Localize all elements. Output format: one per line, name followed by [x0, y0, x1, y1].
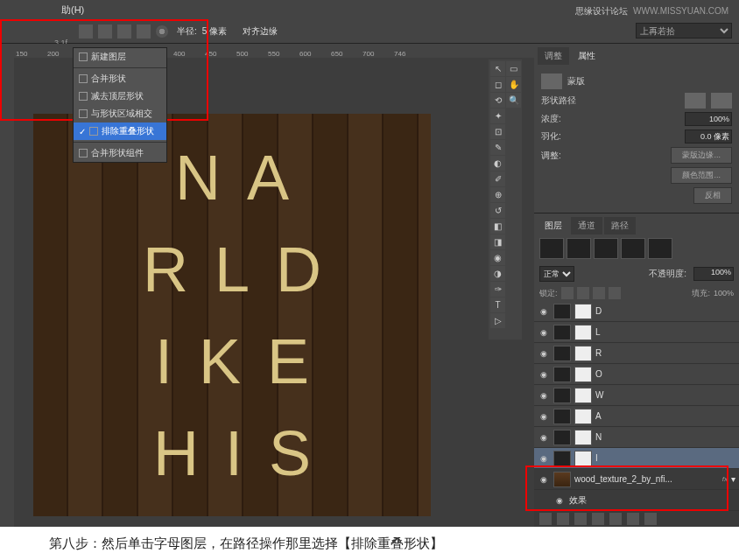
eye-icon[interactable]: ◉	[553, 494, 566, 507]
mask-edge-button[interactable]: 蒙版边缘...	[671, 147, 732, 164]
eye-icon[interactable]: ◉	[538, 452, 550, 465]
opacity-label: 不透明度:	[649, 268, 686, 280]
invert-button[interactable]: 反相	[693, 187, 732, 204]
workspace-select[interactable]: 上再若拾	[636, 23, 732, 38]
layer-item[interactable]: ◉W	[534, 385, 739, 406]
lock-pos-icon[interactable]	[593, 287, 605, 299]
brush-tool[interactable]: ✐	[490, 172, 505, 186]
dd-exclude[interactable]: ✓排除重叠形状	[74, 122, 166, 140]
lock-pixel-icon[interactable]	[577, 287, 589, 299]
move-tool[interactable]: ↖	[490, 61, 505, 76]
wand-tool[interactable]: ✦	[490, 108, 505, 123]
group-icon[interactable]	[609, 513, 622, 525]
filter-icon-2[interactable]	[567, 238, 591, 259]
opacity-input[interactable]: 100%	[693, 267, 734, 281]
caption: 第八步：然后单击字母图层，在路径操作那里选择【排除重叠形状】	[0, 527, 739, 560]
dd-merge[interactable]: 合并形状组件	[74, 144, 166, 162]
options-bar: 半径: 5 像素 对齐边缘 上再若拾	[0, 19, 739, 44]
color-range-button[interactable]: 颜色范围...	[671, 167, 732, 184]
marquee-tool[interactable]: ◻	[490, 77, 505, 92]
layer-item[interactable]: ◉R	[534, 343, 739, 364]
history-tool[interactable]: ↺	[490, 203, 505, 218]
layer-item[interactable]: ◉O	[534, 364, 739, 385]
eye-icon[interactable]: ◉	[538, 431, 550, 444]
layer-item-selected[interactable]: ◉I	[534, 448, 739, 469]
path-tool[interactable]: ▷	[490, 313, 505, 328]
exclude-icon	[89, 127, 98, 136]
tab-channels[interactable]: 通道	[571, 217, 602, 234]
filter-icon-3[interactable]	[594, 238, 618, 259]
filter-icon-4[interactable]	[621, 238, 645, 259]
gear-icon[interactable]	[156, 25, 168, 38]
eye-icon[interactable]: ◉	[538, 347, 550, 360]
canvas[interactable]: NA RLD IKE HIS	[33, 114, 431, 516]
type-tool[interactable]: T	[490, 298, 505, 312]
eraser-tool[interactable]: ◧	[490, 219, 505, 234]
eye-icon[interactable]: ◉	[538, 389, 550, 402]
shape-op-icon[interactable]	[98, 24, 112, 38]
rect-tool[interactable]: ▭	[506, 61, 521, 76]
pen-tool[interactable]: ✑	[490, 282, 505, 297]
stamp-tool[interactable]: ⊕	[490, 187, 505, 202]
filter-icon-5[interactable]	[648, 238, 672, 259]
feather-input[interactable]	[685, 130, 732, 144]
filter-icon[interactable]	[539, 238, 564, 259]
shape-op-dropdown[interactable]: 新建图层 合并形状 减去顶层形状 与形状区域相交 ✓排除重叠形状 合并形状组件	[73, 47, 167, 163]
hand-tool[interactable]: ✋	[506, 77, 521, 92]
chevron-down-icon[interactable]: ▾	[731, 474, 735, 484]
layer-item-bg[interactable]: ◉wood_texture_2_by_nfi...fx▾	[534, 469, 739, 490]
layer-item[interactable]: ◉D	[534, 301, 739, 322]
eye-icon[interactable]: ◉	[538, 305, 550, 318]
trash-icon[interactable]	[644, 513, 657, 525]
layer-item[interactable]: ◉N	[534, 427, 739, 448]
crop-tool[interactable]: ⊡	[490, 124, 505, 139]
adjust-icon[interactable]	[592, 513, 604, 525]
blur-tool[interactable]: ◉	[490, 250, 505, 265]
fill-input[interactable]: 100%	[714, 289, 734, 298]
align-edges[interactable]: 对齐边缘	[243, 25, 278, 38]
link-icon[interactable]	[539, 513, 552, 525]
eye-icon[interactable]: ◉	[538, 473, 550, 486]
mask-icon[interactable]	[574, 513, 587, 525]
layer-effects[interactable]: ◉效果	[534, 490, 739, 511]
feather-label: 羽化:	[541, 130, 561, 143]
intersect-icon	[79, 109, 88, 118]
vector-mask-icon[interactable]	[711, 93, 732, 108]
path-align-icon[interactable]	[117, 24, 131, 38]
zoom-tool[interactable]: 🔍	[506, 93, 521, 108]
new-icon[interactable]	[627, 513, 639, 525]
dd-intersect[interactable]: 与形状区域相交	[74, 105, 166, 122]
mask-title: 蒙版	[567, 75, 585, 88]
dd-combine[interactable]: 合并形状	[74, 70, 166, 88]
lasso-tool[interactable]: ⟲	[490, 93, 505, 108]
tab-properties[interactable]: 属性	[571, 47, 602, 65]
menu-help[interactable]: 助(H)	[61, 4, 84, 17]
density-input[interactable]	[685, 112, 732, 126]
dd-new-layer[interactable]: 新建图层	[74, 48, 166, 66]
layers-footer	[534, 511, 739, 527]
tool-icon[interactable]	[79, 24, 93, 38]
blend-mode-select[interactable]: 正常	[539, 266, 574, 282]
eye-icon[interactable]: ◉	[538, 368, 550, 381]
lock-trans-icon[interactable]	[561, 287, 574, 299]
radius-value[interactable]: 5 像素	[202, 25, 227, 38]
tab-paths[interactable]: 路径	[604, 217, 636, 234]
dd-subtract[interactable]: 减去顶层形状	[74, 88, 166, 105]
fx-icon[interactable]	[557, 513, 569, 525]
toolbox: ↖ ◻ ⟲ ✦ ⊡ ✎ ◐ ✐ ⊕ ↺ ◧ ◨ ◉ ◑ ✑ T ▷ ▭ ✋ 🔍	[489, 60, 522, 340]
gradient-tool[interactable]: ◨	[490, 234, 505, 249]
eyedropper-tool[interactable]: ✎	[490, 140, 505, 155]
watermark: 思缘设计论坛WWW.MISSYUAN.COM	[575, 5, 728, 18]
heal-tool[interactable]: ◐	[490, 156, 505, 171]
dodge-tool[interactable]: ◑	[490, 266, 505, 281]
radius-label: 半径:	[177, 25, 197, 38]
pixel-mask-icon[interactable]	[685, 93, 706, 108]
layer-item[interactable]: ◉L	[534, 322, 739, 343]
tab-layers[interactable]: 图层	[538, 217, 569, 234]
tab-adjust[interactable]: 调整	[538, 47, 569, 65]
layer-item[interactable]: ◉A	[534, 406, 739, 427]
eye-icon[interactable]: ◉	[538, 410, 550, 423]
path-arrange-icon[interactable]	[137, 24, 151, 38]
eye-icon[interactable]: ◉	[538, 326, 550, 339]
lock-all-icon[interactable]	[609, 287, 621, 299]
